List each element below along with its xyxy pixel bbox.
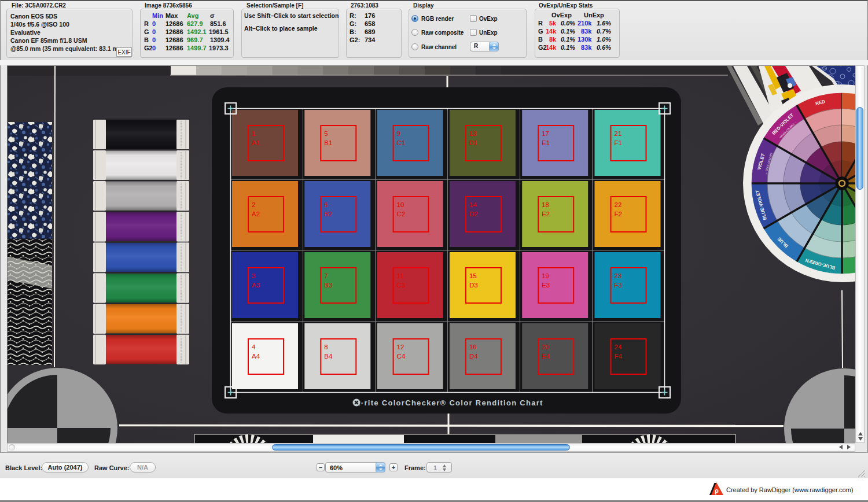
svg-text:A2: A2: [252, 211, 260, 217]
svg-text:D4: D4: [469, 353, 478, 360]
svg-text:A4: A4: [252, 353, 260, 360]
svg-text:B1: B1: [324, 139, 332, 146]
svg-text:5: 5: [324, 130, 328, 137]
svg-text:3: 3: [252, 272, 255, 279]
svg-text:13: 13: [469, 130, 477, 137]
svg-text:F1: F1: [615, 139, 622, 146]
svg-text:E2: E2: [542, 211, 550, 217]
svg-text:16: 16: [469, 344, 477, 350]
svg-text:C2: C2: [397, 211, 406, 217]
svg-text:C3: C3: [397, 282, 406, 289]
svg-text:4: 4: [252, 344, 256, 350]
svg-text:C1: C1: [397, 139, 406, 146]
svg-text:11: 11: [397, 272, 404, 279]
svg-text:21: 21: [615, 130, 622, 137]
svg-text:23: 23: [615, 272, 622, 279]
svg-text:x·rite ColorChecker® Color Ren: x·rite ColorChecker® Color Rendition Cha…: [356, 398, 543, 407]
svg-text:6: 6: [324, 201, 328, 208]
svg-text:ρ: ρ: [715, 486, 719, 494]
svg-text:22: 22: [615, 201, 622, 208]
svg-text:D2: D2: [469, 211, 478, 217]
svg-text:C4: C4: [397, 353, 406, 360]
svg-text:1: 1: [252, 130, 255, 137]
svg-text:A3: A3: [252, 282, 260, 289]
svg-text:24: 24: [615, 344, 622, 350]
svg-text:17: 17: [542, 130, 549, 137]
svg-text:2: 2: [252, 201, 255, 208]
svg-text:E4: E4: [542, 353, 550, 360]
svg-text:19: 19: [542, 272, 549, 279]
svg-text:12: 12: [397, 344, 404, 350]
svg-text:D1: D1: [469, 139, 478, 146]
svg-text:A1: A1: [252, 139, 260, 146]
svg-text:10: 10: [397, 201, 404, 208]
svg-text:D3: D3: [469, 282, 478, 289]
svg-text:F2: F2: [615, 211, 622, 217]
svg-text:E1: E1: [542, 139, 550, 146]
svg-text:E3: E3: [542, 282, 550, 289]
svg-text:B2: B2: [324, 211, 332, 217]
svg-text:20: 20: [542, 344, 549, 350]
svg-text:9: 9: [397, 130, 400, 137]
svg-text:8: 8: [324, 344, 328, 350]
svg-text:B3: B3: [324, 282, 332, 289]
svg-text:7: 7: [324, 272, 328, 279]
svg-text:F4: F4: [615, 353, 623, 360]
svg-text:15: 15: [469, 272, 477, 279]
svg-text:18: 18: [542, 201, 549, 208]
svg-text:F3: F3: [615, 282, 622, 289]
svg-text:B4: B4: [324, 353, 333, 360]
svg-text:14: 14: [469, 201, 477, 208]
